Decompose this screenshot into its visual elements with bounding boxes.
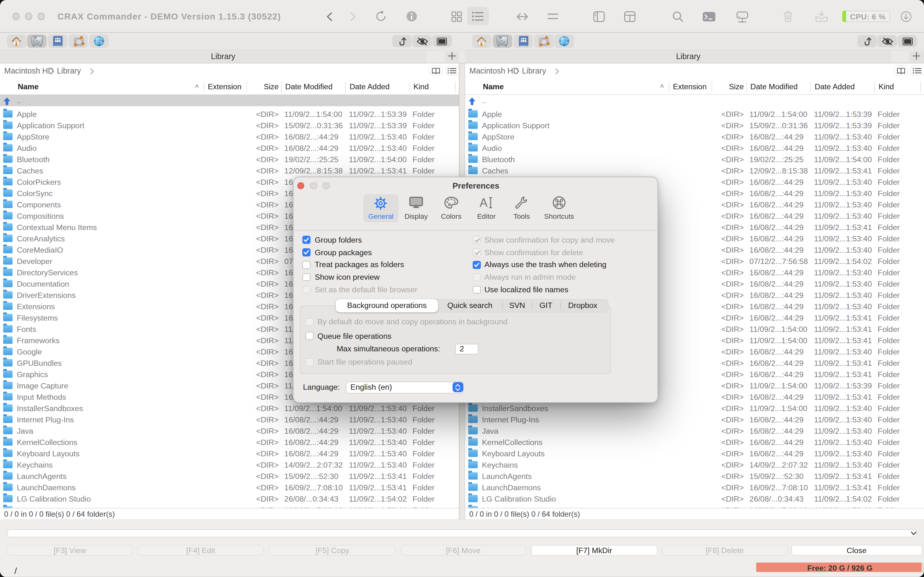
svg-text:A: A [480, 197, 488, 208]
